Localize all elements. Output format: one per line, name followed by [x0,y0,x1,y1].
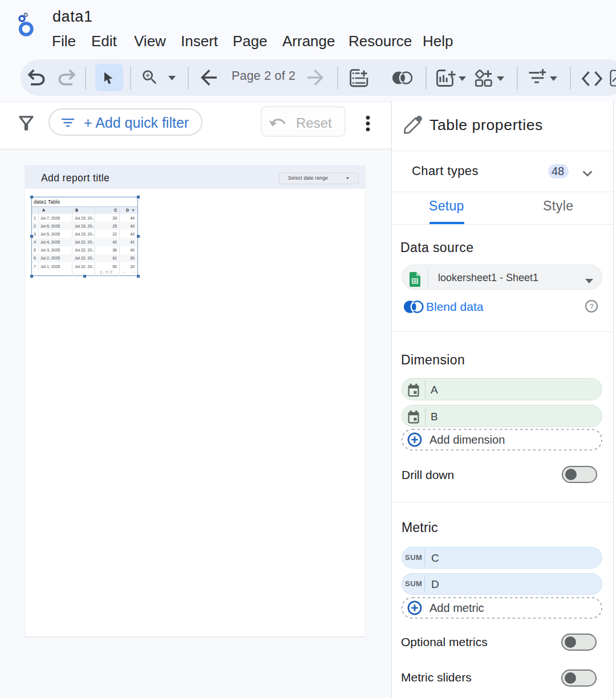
svg-text:?: ? [589,302,593,311]
